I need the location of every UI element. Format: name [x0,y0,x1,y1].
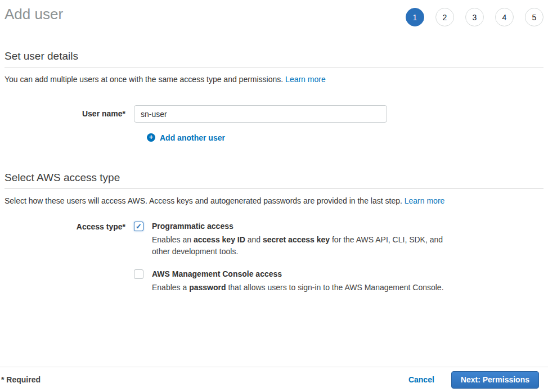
desc-segment: Enables a [152,283,189,292]
console-access-checkbox[interactable] [134,269,143,279]
access-type-label: Access type* [5,222,134,294]
username-label: User name* [5,105,134,123]
required-note: * Required [5,375,41,384]
desc-segment-bold: password [189,283,226,292]
learn-more-link[interactable]: Learn more [405,196,445,205]
add-another-user-row: +Add another user [5,132,543,142]
step-circle-3: 3 [465,8,484,26]
step-circle-1: 1 [406,8,424,26]
username-input[interactable] [134,105,387,123]
step-circle-4: 4 [495,8,514,26]
user-details-description-text: You can add multiple users at once with … [5,75,285,84]
username-row: User name* [5,105,543,123]
select-access-type-heading: Select AWS access type [5,172,543,184]
desc-segment-bold: secret access key [263,235,330,244]
section-divider [5,188,543,189]
programmatic-access-description: Enables an access key ID and secret acce… [152,234,447,258]
check-icon: ✓ [136,223,142,230]
programmatic-access-label[interactable]: Programmatic access [152,222,447,231]
option-text: Programmatic access Enables an access ke… [152,222,447,258]
step-indicator: 1 2 3 4 5 [406,8,543,26]
user-details-description: You can add multiple users at once with … [5,75,543,84]
cancel-button[interactable]: Cancel [408,375,434,384]
plus-circle-icon: + [147,133,155,142]
desc-segment: and [245,235,263,244]
required-text: Required [6,375,41,384]
console-access-option: AWS Management Console access Enables a … [134,269,447,294]
access-type-description: Select how these users will access AWS. … [5,196,543,206]
required-asterisk: * [1,375,4,384]
add-another-user-button[interactable]: +Add another user [147,133,225,142]
step-circle-2: 2 [435,8,454,26]
desc-segment: that allows users to sign-in to the AWS … [226,283,444,292]
option-text: AWS Management Console access Enables a … [152,269,444,294]
add-another-user-label: Add another user [160,133,225,142]
add-user-page: Add user 1 2 3 4 5 Set user details You … [0,0,548,294]
access-type-row: Access type* ✓ Programmatic access Enabl… [5,222,543,294]
programmatic-access-checkbox[interactable]: ✓ [134,222,143,231]
console-access-description: Enables a password that allows users to … [152,282,444,294]
next-permissions-button[interactable]: Next: Permissions [451,371,539,389]
page-title: Add user [5,5,63,23]
step-circle-5: 5 [525,8,543,26]
page-header: Add user 1 2 3 4 5 [5,0,543,26]
programmatic-access-option: ✓ Programmatic access Enables an access … [134,222,447,258]
desc-segment: Enables an [152,235,194,244]
console-access-label[interactable]: AWS Management Console access [152,269,444,279]
access-type-description-text: Select how these users will access AWS. … [5,196,405,205]
learn-more-link[interactable]: Learn more [285,75,326,84]
desc-segment-bold: access key ID [194,235,245,244]
set-user-details-heading: Set user details [5,50,543,62]
access-type-options: ✓ Programmatic access Enables an access … [134,222,447,294]
section-divider [5,67,543,67]
wizard-footer: * Required Cancel Next: Permissions [0,367,548,392]
